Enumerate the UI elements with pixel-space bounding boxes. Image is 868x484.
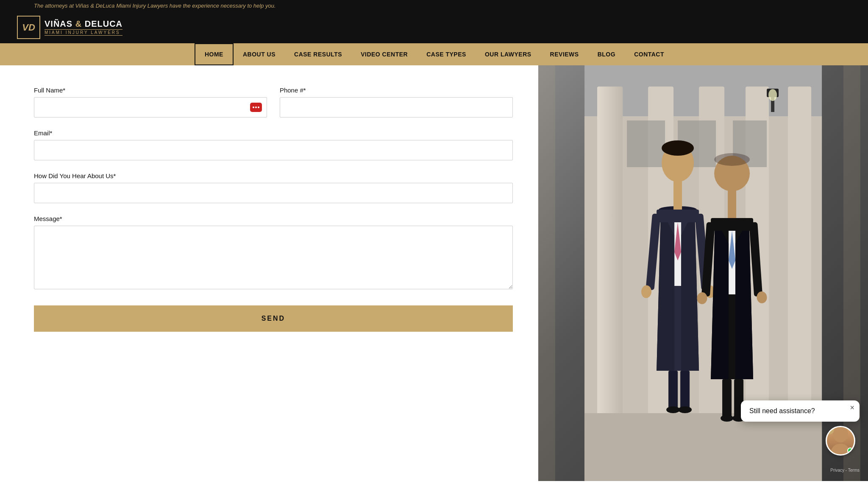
svg-rect-32: [728, 190, 736, 218]
name-phone-row: Full Name* Phone #*: [34, 87, 513, 118]
full-name-input-wrapper: [34, 97, 267, 118]
nav-video-center[interactable]: VIDEO CENTER: [351, 43, 417, 65]
nav-home[interactable]: HOME: [195, 43, 234, 65]
nav-our-lawyers[interactable]: OUR LAWYERS: [476, 43, 541, 65]
lawyers-image-panel: × Still need assistance? 1 Privacy - Ter…: [538, 65, 868, 481]
svg-rect-31: [711, 218, 753, 231]
dot1: [253, 106, 254, 108]
svg-rect-13: [668, 371, 678, 409]
main-layout: Full Name* Phone #*: [0, 65, 868, 481]
svg-point-42: [833, 427, 848, 442]
chat-avatar[interactable]: 1: [826, 426, 855, 456]
contact-form-panel: Full Name* Phone #*: [0, 65, 538, 481]
dot2: [255, 106, 257, 108]
nav-blog[interactable]: BLOG: [588, 43, 625, 65]
logo-box: VD: [17, 16, 40, 39]
svg-rect-9: [627, 120, 665, 167]
email-group: Email*: [34, 129, 513, 160]
svg-point-41: [768, 89, 777, 101]
send-button[interactable]: SEND: [34, 305, 513, 332]
logo-text: VIÑAS & DELUCA MIAMI INJURY LAWYERS: [45, 19, 122, 36]
message-group: Message*: [34, 215, 513, 289]
logo-initials: VD: [22, 22, 35, 33]
online-indicator: [847, 448, 853, 453]
nav-case-results[interactable]: CASE RESULTS: [285, 43, 351, 65]
svg-point-15: [666, 406, 680, 413]
firm-subtitle: MIAMI INJURY LAWYERS: [45, 29, 122, 36]
phone-input[interactable]: [280, 97, 513, 118]
lawyers-background: × Still need assistance? 1 Privacy - Ter…: [538, 65, 868, 481]
svg-point-21: [662, 140, 694, 156]
full-name-label: Full Name*: [34, 87, 267, 94]
contact-form: Full Name* Phone #*: [34, 87, 513, 332]
chat-bubble-text: Still need assistance?: [749, 407, 815, 414]
phone-group: Phone #*: [280, 87, 513, 118]
svg-rect-14: [680, 371, 690, 409]
svg-rect-18: [657, 210, 699, 222]
email-row: Email*: [34, 129, 513, 160]
svg-point-16: [678, 406, 692, 413]
hear-about-group: How Did You Hear About Us*: [34, 172, 513, 203]
nav-case-types[interactable]: CASE TYPES: [417, 43, 476, 65]
top-banner: The attorneys at Viñas & DeLuca Miami In…: [0, 0, 868, 11]
phone-label: Phone #*: [280, 87, 513, 94]
full-name-group: Full Name*: [34, 87, 267, 118]
hear-about-input[interactable]: [34, 183, 513, 203]
hear-about-label: How Did You Hear About Us*: [34, 172, 513, 179]
full-name-input[interactable]: [34, 97, 267, 118]
privacy-terms[interactable]: Privacy - Terms: [830, 468, 860, 473]
message-textarea[interactable]: [34, 226, 513, 289]
nav-about[interactable]: ABOUT US: [234, 43, 285, 65]
site-header: VD VIÑAS & DELUCA MIAMI INJURY LAWYERS: [0, 11, 868, 43]
dot3: [258, 106, 259, 108]
firm-name: VIÑAS & DELUCA: [45, 19, 122, 28]
email-input[interactable]: [34, 140, 513, 160]
message-label: Message*: [34, 215, 513, 222]
svg-rect-26: [722, 379, 732, 417]
svg-rect-8: [584, 413, 822, 481]
message-icon: [250, 103, 262, 112]
hear-about-row: How Did You Hear About Us*: [34, 172, 513, 203]
svg-point-28: [721, 415, 733, 422]
chat-close-icon[interactable]: ×: [850, 404, 854, 411]
email-label: Email*: [34, 129, 513, 137]
nav-contact[interactable]: CONTACT: [625, 43, 673, 65]
svg-rect-19: [673, 180, 682, 210]
main-nav: HOME ABOUT US CASE RESULTS VIDEO CENTER …: [0, 43, 868, 65]
logo[interactable]: VD VIÑAS & DELUCA MIAMI INJURY LAWYERS: [17, 16, 122, 39]
chat-bubble: × Still need assistance?: [741, 400, 860, 422]
svg-point-34: [714, 153, 750, 166]
ampersand: &: [75, 19, 82, 28]
message-row: Message*: [34, 215, 513, 289]
nav-reviews[interactable]: REVIEWS: [541, 43, 588, 65]
